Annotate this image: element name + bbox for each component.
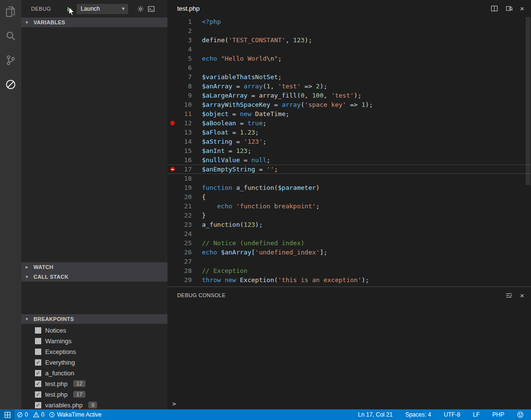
call-stack-panel[interactable]	[21, 282, 167, 314]
breakpoint-gutter[interactable]	[167, 54, 177, 63]
breakpoint-gutter[interactable]	[167, 91, 177, 100]
breakpoint-gutter[interactable]	[167, 35, 177, 45]
breakpoint-gutter[interactable]	[167, 137, 177, 146]
breakpoint-item[interactable]: Notices	[21, 325, 167, 336]
checkbox-checked-icon[interactable]	[35, 381, 41, 387]
code-line-22[interactable]: 22}	[167, 211, 531, 220]
checkbox-unchecked-icon[interactable]	[35, 349, 41, 355]
code-line-8[interactable]: 8$anArray = array(1, 'test' => 2);	[167, 82, 531, 91]
breakpoint-item[interactable]: Warnings	[21, 336, 167, 346]
code-line-19[interactable]: 19function a_function($parameter)	[167, 183, 531, 192]
code-line-5[interactable]: 5echo "Hello World\n";	[167, 54, 531, 63]
code-line-17[interactable]: 17$anEmptyString = '';	[167, 165, 531, 174]
breakpoint-gutter[interactable]	[167, 45, 177, 54]
indent-indicator[interactable]: Spaces: 4	[403, 409, 433, 420]
breakpoint-gutter[interactable]	[167, 118, 177, 128]
checkbox-checked-icon[interactable]	[35, 402, 41, 408]
code-line-28[interactable]: 28// Exception	[167, 266, 531, 275]
code-line-20[interactable]: 20{	[167, 192, 531, 202]
breakpoint-icon[interactable]	[170, 121, 175, 125]
checkbox-checked-icon[interactable]	[35, 359, 41, 366]
files-icon[interactable]	[4, 5, 17, 18]
breakpoint-gutter[interactable]	[167, 100, 177, 109]
code-line-23[interactable]: 23a_function(123);	[167, 220, 531, 229]
code-line-24[interactable]: 24	[167, 229, 531, 238]
code-line-6[interactable]: 6	[167, 63, 531, 72]
code-line-26[interactable]: 26echo $anArray['undefined_index'];	[167, 248, 531, 257]
breakpoint-item[interactable]: test.php12	[21, 378, 167, 389]
breakpoint-gutter[interactable]	[167, 266, 177, 275]
checkbox-unchecked-icon[interactable]	[35, 327, 41, 334]
breakpoint-gutter[interactable]	[167, 174, 177, 183]
code-editor[interactable]: 1<?php23define('TEST_CONSTANT', 123);45e…	[167, 17, 531, 286]
code-line-2[interactable]: 2	[167, 26, 531, 35]
variables-section-header[interactable]: ▾ VARIABLES	[21, 17, 167, 27]
clear-console-icon[interactable]	[504, 291, 513, 300]
breakpoint-gutter[interactable]	[167, 257, 177, 266]
code-line-13[interactable]: 13$aFloat = 1.23;	[167, 128, 531, 137]
breakpoint-gutter[interactable]	[167, 146, 177, 155]
breakpoint-item[interactable]: a_function	[21, 368, 167, 378]
breakpoint-gutter[interactable]	[167, 63, 177, 72]
breakpoint-item[interactable]: Everything	[21, 357, 167, 368]
code-line-4[interactable]: 4	[167, 45, 531, 54]
code-line-16[interactable]: 16$nullValue = null;	[167, 155, 531, 165]
code-line-21[interactable]: 21 echo 'function breakpoint';	[167, 202, 531, 211]
checkbox-checked-icon[interactable]	[35, 370, 41, 376]
code-line-9[interactable]: 9$aLargeArray = array_fill(0, 100, 'test…	[167, 91, 531, 100]
checkbox-checked-icon[interactable]	[35, 391, 41, 398]
breakpoint-gutter[interactable]	[167, 248, 177, 257]
code-line-12[interactable]: 12$aBoolean = true;	[167, 118, 531, 128]
status-grid-icon[interactable]	[0, 409, 15, 420]
breakpoint-gutter[interactable]	[167, 192, 177, 202]
close-panel-icon[interactable]: ×	[520, 292, 524, 299]
breakpoint-gutter[interactable]	[167, 26, 177, 35]
encoding-indicator[interactable]: UTF-8	[441, 409, 463, 420]
breakpoint-gutter[interactable]	[167, 17, 177, 26]
search-icon[interactable]	[4, 29, 17, 43]
close-editor-icon[interactable]: ×	[520, 5, 524, 12]
variables-panel[interactable]	[21, 27, 167, 262]
breakpoint-gutter[interactable]	[167, 72, 177, 82]
code-line-14[interactable]: 14$aString = '123';	[167, 137, 531, 146]
tab-test-php[interactable]: test.php	[177, 5, 199, 12]
code-line-10[interactable]: 10$arrayWithSpaceKey = array('space key'…	[167, 100, 531, 109]
code-line-18[interactable]: 18	[167, 174, 531, 183]
watch-section-header[interactable]: ▸ WATCH	[21, 262, 167, 272]
code-line-27[interactable]: 27	[167, 257, 531, 266]
code-line-7[interactable]: 7$variableThatsNotSet;	[167, 72, 531, 82]
breakpoint-item[interactable]: test.php17	[21, 389, 167, 400]
breakpoint-gutter[interactable]	[167, 202, 177, 211]
open-preview-icon[interactable]	[505, 4, 514, 13]
code-line-25[interactable]: 25// Notice (undefined index)	[167, 238, 531, 248]
breakpoint-gutter[interactable]	[167, 183, 177, 192]
breakpoint-gutter[interactable]	[167, 128, 177, 137]
wakatime-status[interactable]: WakaTime Active	[47, 409, 104, 420]
start-debug-button[interactable]: ▶	[67, 6, 72, 12]
language-indicator[interactable]: PHP	[490, 409, 507, 420]
call-stack-section-header[interactable]: ▾ CALL STACK	[21, 272, 167, 282]
breakpoint-gutter[interactable]	[167, 220, 177, 229]
feedback-smiley-icon[interactable]	[514, 409, 526, 420]
line-col-indicator[interactable]: Ln 17, Col 21	[356, 409, 395, 420]
breakpoint-gutter[interactable]	[167, 109, 177, 118]
breakpoint-gutter[interactable]	[167, 165, 177, 174]
open-console-icon[interactable]	[146, 3, 156, 14]
launch-config-dropdown[interactable]: Launch ▼	[77, 4, 128, 14]
breakpoint-gutter[interactable]	[167, 82, 177, 91]
error-warning-indicator[interactable]: 0 0	[15, 409, 47, 420]
split-editor-icon[interactable]	[490, 4, 498, 13]
breakpoint-item[interactable]: variables.php9	[21, 400, 167, 410]
breakpoints-section-header[interactable]: ▾ BREAKPOINTS	[21, 314, 167, 324]
debug-console-output[interactable]	[167, 303, 531, 398]
breakpoint-gutter[interactable]	[167, 275, 177, 285]
eol-indicator[interactable]: LF	[470, 409, 482, 420]
debug-icon[interactable]	[4, 78, 17, 91]
breakpoint-gutter[interactable]	[167, 238, 177, 248]
code-line-1[interactable]: 1<?php	[167, 17, 531, 26]
breakpoint-item[interactable]: Exceptions	[21, 346, 167, 357]
code-line-29[interactable]: 29throw new Exception('this is an except…	[167, 275, 531, 285]
editor-scrollbar[interactable]	[526, 17, 531, 185]
breakpoint-disabled-icon[interactable]	[170, 167, 175, 171]
breakpoint-gutter[interactable]	[167, 155, 177, 165]
